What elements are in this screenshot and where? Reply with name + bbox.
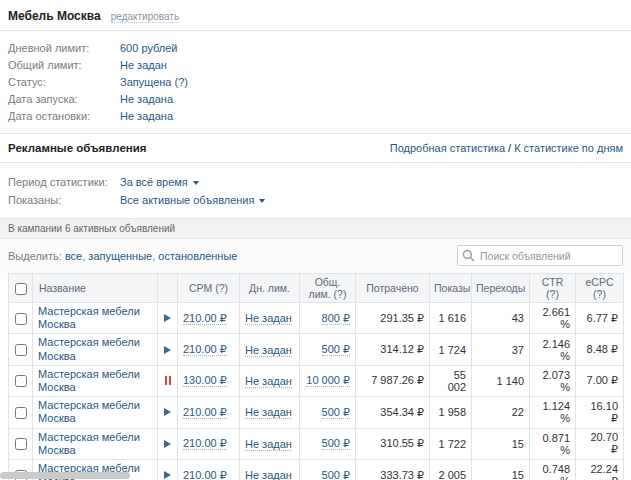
total-limit-link[interactable]: 500 ₽ <box>322 343 350 356</box>
campaign-details: Дневной лимит: 600 рублей Общий лимит: Н… <box>0 31 631 134</box>
ad-total-limit-cell: 500 ₽ <box>300 459 356 480</box>
ad-state-cell <box>158 459 178 480</box>
select-all-checkbox[interactable] <box>15 283 27 295</box>
ad-name-link[interactable]: Мастерская мебели Москва <box>38 399 152 425</box>
detail-label: Статус: <box>8 76 120 88</box>
row-checkbox[interactable] <box>15 375 27 387</box>
select-all-link[interactable]: все <box>65 250 88 262</box>
filter-row-shown: Показаны: Все активные объявления <box>8 191 623 209</box>
day-limit-link[interactable]: Не задан <box>245 438 292 451</box>
ad-state-cell <box>158 334 178 365</box>
status-value[interactable]: Запущена (?) <box>120 76 188 88</box>
column-header-state <box>158 274 178 303</box>
links-separator: / <box>508 142 511 154</box>
ad-name-link[interactable]: Мастерская мебели Москва <box>38 336 152 362</box>
row-checkbox[interactable] <box>15 438 27 450</box>
day-limit-link[interactable]: Не задан <box>245 469 292 480</box>
horizontal-scrollbar-thumb[interactable] <box>0 472 130 479</box>
column-header-name: Название <box>33 274 158 303</box>
day-limit-link[interactable]: Не задан <box>245 344 292 357</box>
select-running-link[interactable]: запущенные <box>88 250 158 262</box>
column-header-day-limit: Дн. лим. <box>240 274 300 303</box>
row-checkbox[interactable] <box>15 344 27 356</box>
day-limit-link[interactable]: Не задан <box>245 375 292 388</box>
detail-row-total-limit: Общий лимит: Не задан <box>8 56 623 73</box>
edit-campaign-link[interactable]: редактировать <box>111 11 179 23</box>
day-limit-link[interactable]: Не задан <box>245 406 292 419</box>
total-limit-link[interactable]: 500 ₽ <box>322 469 350 480</box>
detailed-stats-link[interactable]: Подробная статистика <box>390 142 505 154</box>
column-header-impressions[interactable]: Показы <box>430 274 472 303</box>
play-icon[interactable] <box>164 346 171 354</box>
play-icon[interactable] <box>164 408 171 416</box>
ad-name-link[interactable]: Мастерская мебели Москва <box>38 431 152 457</box>
search-input[interactable] <box>457 245 623 266</box>
cpm-link[interactable]: 210.00 ₽ <box>183 343 227 356</box>
campaign-header: Мебель Москва редактировать <box>0 0 631 31</box>
ads-table: Название CPM (?) Дн. лим. Общ. лим. (?) … <box>8 273 624 480</box>
ad-impressions-cell: 1 722 <box>430 428 472 459</box>
play-icon[interactable] <box>164 314 171 322</box>
cpm-link[interactable]: 210.00 ₽ <box>183 437 227 450</box>
ad-ecpc-cell: 8.48 ₽ <box>576 334 624 365</box>
cpm-link[interactable]: 210.00 ₽ <box>183 469 227 480</box>
day-limit-value[interactable]: 600 рублей <box>120 42 178 54</box>
filter-label: Показаны: <box>8 194 120 206</box>
start-date-value[interactable]: Не задана <box>120 93 173 105</box>
ad-name-link[interactable]: Мастерская мебели Москва <box>38 368 152 394</box>
column-header-cpm[interactable]: CPM (?) <box>178 274 240 303</box>
cpm-link[interactable]: 130.00 ₽ <box>183 374 227 387</box>
ad-ctr-cell: 1.124 % <box>530 397 576 428</box>
cpm-link[interactable]: 210.00 ₽ <box>183 406 227 419</box>
detail-row-day-limit: Дневной лимит: 600 рублей <box>8 39 623 56</box>
detail-row-status: Статус: Запущена (?) <box>8 73 623 90</box>
shown-ads-dropdown-value: Все активные объявления <box>120 194 254 206</box>
ad-ctr-cell: 2.073 % <box>530 365 576 396</box>
column-header-ecpc[interactable]: eCPC (?) <box>576 274 624 303</box>
select-stopped-link[interactable]: остановленные <box>158 250 237 262</box>
detail-label: Дневной лимит: <box>8 42 120 54</box>
cpm-link[interactable]: 210.00 ₽ <box>183 312 227 325</box>
row-checkbox[interactable] <box>15 407 27 419</box>
period-dropdown-value: За всё время <box>120 176 188 188</box>
ad-ecpc-cell: 22.24 ₽ <box>576 459 624 480</box>
row-checkbox[interactable] <box>15 313 27 325</box>
chevron-down-icon <box>259 199 265 203</box>
pause-icon[interactable] <box>165 376 167 385</box>
detail-label: Дата запуска: <box>8 93 120 105</box>
ad-name-link[interactable]: Мастерская мебели Москва <box>38 305 152 331</box>
row-checkbox-cell <box>9 303 33 334</box>
column-header-ctr[interactable]: CTR (?) <box>530 274 576 303</box>
column-header-total-limit[interactable]: Общ. лим. (?) <box>300 274 356 303</box>
column-header-spent[interactable]: Потрачено <box>356 274 430 303</box>
shown-ads-dropdown[interactable]: Все активные объявления <box>120 194 265 206</box>
filters: Период статистики: За всё время Показаны… <box>0 163 631 218</box>
stats-by-days-link[interactable]: К статистике по дням <box>514 142 623 154</box>
ad-state-cell <box>158 428 178 459</box>
page-title: Мебель Москва <box>8 9 101 23</box>
total-limit-value[interactable]: Не задан <box>120 59 167 71</box>
total-limit-link[interactable]: 10 000 ₽ <box>306 374 350 387</box>
ad-ctr-cell: 0.748 % <box>530 459 576 480</box>
ad-total-limit-cell: 500 ₽ <box>300 397 356 428</box>
total-limit-link[interactable]: 500 ₽ <box>322 437 350 450</box>
table-header-row: Название CPM (?) Дн. лим. Общ. лим. (?) … <box>9 274 624 303</box>
select-links: Выделить: всезапущенныеостановленные <box>8 250 237 262</box>
ad-ecpc-cell: 6.77 ₽ <box>576 303 624 334</box>
ad-spent-cell: 314.12 ₽ <box>356 334 430 365</box>
period-dropdown[interactable]: За всё время <box>120 176 199 188</box>
ad-cpm-cell: 210.00 ₽ <box>178 397 240 428</box>
day-limit-link[interactable]: Не задан <box>245 312 292 325</box>
ad-state-cell <box>158 397 178 428</box>
ad-ctr-cell: 2.661 % <box>530 303 576 334</box>
total-limit-link[interactable]: 800 ₽ <box>322 312 350 325</box>
play-icon[interactable] <box>164 471 171 479</box>
column-header-clicks[interactable]: Переходы <box>472 274 530 303</box>
total-limit-link[interactable]: 500 ₽ <box>322 406 350 419</box>
play-icon[interactable] <box>164 440 171 448</box>
ad-impressions-cell: 1 958 <box>430 397 472 428</box>
ad-name-cell: Мастерская мебели Москва <box>33 428 158 459</box>
stop-date-value[interactable]: Не задана <box>120 110 173 122</box>
ad-clicks-cell: 22 <box>472 397 530 428</box>
ads-table-body: Мастерская мебели Москва 210.00 ₽ Не зад… <box>9 303 624 480</box>
